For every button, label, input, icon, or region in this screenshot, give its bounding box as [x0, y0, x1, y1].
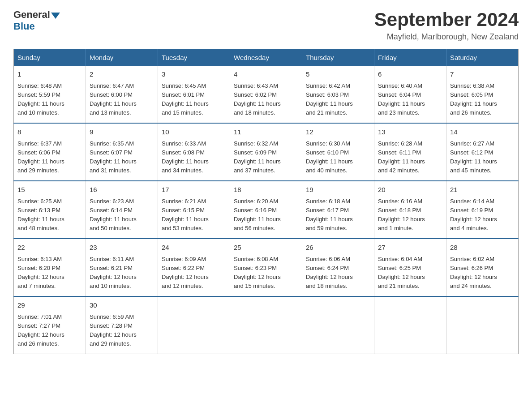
table-row: 29 Sunrise: 7:01 AMSunset: 7:27 PMDaylig…	[14, 296, 86, 354]
logo: General Blue	[13, 9, 61, 32]
day-info: Sunrise: 6:59 AMSunset: 7:28 PMDaylight:…	[90, 313, 154, 349]
day-number: 15	[17, 185, 82, 195]
calendar-week-row: 8 Sunrise: 6:37 AMSunset: 6:06 PMDayligh…	[14, 123, 519, 181]
day-info: Sunrise: 6:40 AMSunset: 6:04 PMDaylight:…	[378, 81, 442, 118]
logo-general-text: General	[13, 9, 50, 21]
table-row: 24 Sunrise: 6:09 AMSunset: 6:22 PMDaylig…	[158, 239, 230, 296]
day-number: 16	[90, 185, 154, 195]
day-number: 8	[17, 127, 82, 137]
day-number: 25	[234, 243, 298, 253]
table-row: 15 Sunrise: 6:25 AMSunset: 6:13 PMDaylig…	[14, 181, 86, 239]
day-number: 28	[450, 243, 515, 253]
table-row: 10 Sunrise: 6:33 AMSunset: 6:08 PMDaylig…	[158, 123, 230, 181]
day-info: Sunrise: 6:35 AMSunset: 6:07 PMDaylight:…	[90, 139, 154, 176]
day-number: 1	[17, 69, 82, 80]
day-number: 24	[162, 243, 226, 253]
header-tuesday: Tuesday	[158, 49, 230, 66]
day-number: 22	[17, 243, 82, 253]
header-thursday: Thursday	[302, 49, 374, 66]
day-number: 17	[162, 185, 226, 195]
day-number: 10	[162, 127, 226, 137]
calendar-week-row: 29 Sunrise: 7:01 AMSunset: 7:27 PMDaylig…	[14, 296, 519, 354]
logo-arrow-icon	[51, 13, 60, 19]
day-info: Sunrise: 6:25 AMSunset: 6:13 PMDaylight:…	[17, 197, 82, 233]
title-section: September 2024 Mayfield, Marlborough, Ne…	[374, 9, 519, 42]
table-row: 21 Sunrise: 6:14 AMSunset: 6:19 PMDaylig…	[446, 181, 519, 239]
day-number: 6	[378, 69, 442, 80]
table-row: 5 Sunrise: 6:42 AMSunset: 6:03 PMDayligh…	[302, 66, 374, 123]
table-row	[158, 296, 230, 354]
day-number: 30	[90, 300, 154, 311]
table-row: 9 Sunrise: 6:35 AMSunset: 6:07 PMDayligh…	[86, 123, 158, 181]
table-row: 6 Sunrise: 6:40 AMSunset: 6:04 PMDayligh…	[374, 66, 446, 123]
day-number: 4	[234, 69, 298, 80]
day-number: 19	[306, 185, 370, 195]
table-row: 3 Sunrise: 6:45 AMSunset: 6:01 PMDayligh…	[158, 66, 230, 123]
location-text: Mayfield, Marlborough, New Zealand	[374, 32, 519, 42]
calendar-week-row: 1 Sunrise: 6:48 AMSunset: 5:59 PMDayligh…	[14, 66, 519, 123]
table-row	[374, 296, 446, 354]
day-number: 12	[306, 127, 370, 137]
day-info: Sunrise: 6:37 AMSunset: 6:06 PMDaylight:…	[17, 139, 82, 176]
day-info: Sunrise: 6:27 AMSunset: 6:12 PMDaylight:…	[450, 139, 515, 176]
table-row: 23 Sunrise: 6:11 AMSunset: 6:21 PMDaylig…	[86, 239, 158, 296]
day-number: 2	[90, 69, 154, 80]
table-row: 19 Sunrise: 6:18 AMSunset: 6:17 PMDaylig…	[302, 181, 374, 239]
day-info: Sunrise: 6:06 AMSunset: 6:24 PMDaylight:…	[306, 255, 370, 291]
day-info: Sunrise: 6:13 AMSunset: 6:20 PMDaylight:…	[17, 255, 82, 291]
day-number: 14	[450, 127, 515, 137]
day-info: Sunrise: 6:23 AMSunset: 6:14 PMDaylight:…	[90, 197, 154, 233]
day-info: Sunrise: 6:32 AMSunset: 6:09 PMDaylight:…	[234, 139, 298, 176]
table-row: 22 Sunrise: 6:13 AMSunset: 6:20 PMDaylig…	[14, 239, 86, 296]
day-number: 27	[378, 243, 442, 253]
day-info: Sunrise: 6:28 AMSunset: 6:11 PMDaylight:…	[378, 139, 442, 176]
day-number: 9	[90, 127, 154, 137]
day-number: 23	[90, 243, 154, 253]
table-row: 1 Sunrise: 6:48 AMSunset: 5:59 PMDayligh…	[14, 66, 86, 123]
day-number: 5	[306, 69, 370, 80]
day-number: 20	[378, 185, 442, 195]
day-info: Sunrise: 6:21 AMSunset: 6:15 PMDaylight:…	[162, 197, 226, 233]
table-row: 13 Sunrise: 6:28 AMSunset: 6:11 PMDaylig…	[374, 123, 446, 181]
day-info: Sunrise: 6:43 AMSunset: 6:02 PMDaylight:…	[234, 81, 298, 118]
day-info: Sunrise: 6:16 AMSunset: 6:18 PMDaylight:…	[378, 197, 442, 233]
table-row: 25 Sunrise: 6:08 AMSunset: 6:23 PMDaylig…	[230, 239, 302, 296]
day-info: Sunrise: 6:45 AMSunset: 6:01 PMDaylight:…	[162, 81, 226, 118]
day-info: Sunrise: 6:30 AMSunset: 6:10 PMDaylight:…	[306, 139, 370, 176]
day-number: 3	[162, 69, 226, 80]
table-row: 11 Sunrise: 6:32 AMSunset: 6:09 PMDaylig…	[230, 123, 302, 181]
table-row: 8 Sunrise: 6:37 AMSunset: 6:06 PMDayligh…	[14, 123, 86, 181]
day-info: Sunrise: 6:02 AMSunset: 6:26 PMDaylight:…	[450, 255, 515, 291]
day-info: Sunrise: 6:20 AMSunset: 6:16 PMDaylight:…	[234, 197, 298, 233]
header-wednesday: Wednesday	[230, 49, 302, 66]
table-row: 26 Sunrise: 6:06 AMSunset: 6:24 PMDaylig…	[302, 239, 374, 296]
table-row: 16 Sunrise: 6:23 AMSunset: 6:14 PMDaylig…	[86, 181, 158, 239]
day-number: 7	[450, 69, 515, 80]
header-sunday: Sunday	[14, 49, 86, 66]
table-row	[230, 296, 302, 354]
logo-blue-text: Blue	[13, 21, 35, 32]
calendar-table: Sunday Monday Tuesday Wednesday Thursday…	[13, 49, 519, 354]
month-title: September 2024	[374, 9, 519, 30]
day-info: Sunrise: 6:09 AMSunset: 6:22 PMDaylight:…	[162, 255, 226, 291]
day-info: Sunrise: 7:01 AMSunset: 7:27 PMDaylight:…	[17, 313, 82, 349]
header-friday: Friday	[374, 49, 446, 66]
calendar-week-row: 15 Sunrise: 6:25 AMSunset: 6:13 PMDaylig…	[14, 181, 519, 239]
header-monday: Monday	[86, 49, 158, 66]
table-row	[446, 296, 519, 354]
day-info: Sunrise: 6:04 AMSunset: 6:25 PMDaylight:…	[378, 255, 442, 291]
day-info: Sunrise: 6:42 AMSunset: 6:03 PMDaylight:…	[306, 81, 370, 118]
table-row: 4 Sunrise: 6:43 AMSunset: 6:02 PMDayligh…	[230, 66, 302, 123]
day-info: Sunrise: 6:38 AMSunset: 6:05 PMDaylight:…	[450, 81, 515, 118]
header-saturday: Saturday	[446, 49, 519, 66]
day-number: 21	[450, 185, 515, 195]
day-info: Sunrise: 6:33 AMSunset: 6:08 PMDaylight:…	[162, 139, 226, 176]
table-row: 14 Sunrise: 6:27 AMSunset: 6:12 PMDaylig…	[446, 123, 519, 181]
page-header: General Blue September 2024 Mayfield, Ma…	[13, 9, 519, 42]
day-number: 29	[17, 300, 82, 311]
table-row	[302, 296, 374, 354]
day-number: 18	[234, 185, 298, 195]
table-row: 12 Sunrise: 6:30 AMSunset: 6:10 PMDaylig…	[302, 123, 374, 181]
day-info: Sunrise: 6:08 AMSunset: 6:23 PMDaylight:…	[234, 255, 298, 291]
day-info: Sunrise: 6:14 AMSunset: 6:19 PMDaylight:…	[450, 197, 515, 233]
